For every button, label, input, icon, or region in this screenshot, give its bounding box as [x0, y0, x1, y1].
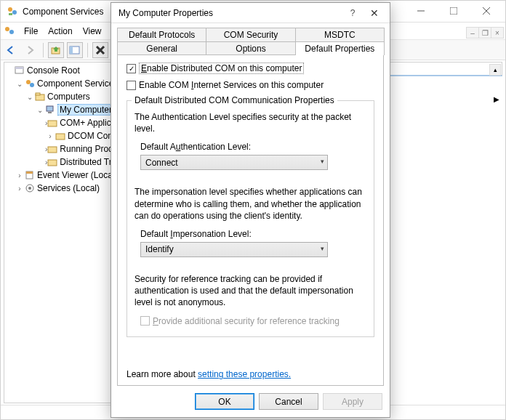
svg-rect-20: [47, 106, 53, 111]
cancel-button[interactable]: Cancel: [259, 393, 318, 410]
properties-dialog: My Computer Properties ? ✕ Default Proto…: [111, 2, 390, 418]
svg-rect-23: [56, 134, 65, 140]
group-legend: Default Distributed COM Communication Pr…: [132, 95, 337, 105]
svg-point-17: [30, 83, 34, 87]
enable-dcom-label: Enable Distributed COM on this computer: [139, 62, 304, 74]
close-button[interactable]: [470, 1, 502, 21]
menu-action[interactable]: Action: [44, 25, 76, 38]
mdi-minimize[interactable]: –: [466, 27, 479, 39]
auth-label: Default Authentication Level:: [140, 142, 366, 152]
svg-rect-25: [48, 160, 57, 166]
mdi-buttons: – ❐ ×: [467, 27, 504, 39]
checkbox-disabled-icon: [140, 316, 150, 326]
imp-level-value: Identify: [145, 244, 174, 254]
menu-view[interactable]: View: [79, 25, 106, 38]
enable-cis-label: Enable COM Internet Services on this com…: [139, 80, 324, 90]
svg-rect-24: [48, 147, 57, 153]
dialog-close-button[interactable]: ✕: [364, 7, 385, 19]
imp-label: Default Impersonation Level:: [140, 229, 366, 239]
learn-more-link[interactable]: setting these properties.: [198, 369, 291, 379]
checkbox-enable-dcom[interactable]: ✓ Enable Distributed COM on this compute…: [126, 62, 374, 74]
chevron-down-icon: ▾: [321, 245, 324, 252]
imp-level-combo[interactable]: Identify ▾: [140, 242, 328, 257]
apply-button[interactable]: Apply: [323, 393, 382, 410]
show-hide-tree-button[interactable]: [67, 42, 83, 58]
tab-com-security[interactable]: COM Security: [206, 28, 295, 41]
menu-file[interactable]: File: [20, 25, 42, 38]
svg-rect-11: [70, 47, 73, 54]
svg-rect-22: [48, 121, 57, 126]
auth-level-value: Connect: [145, 158, 178, 168]
svg-point-0: [8, 7, 12, 12]
delete-button[interactable]: [92, 42, 108, 58]
svg-point-29: [28, 187, 31, 190]
svg-rect-27: [26, 171, 33, 174]
learn-more: Learn more about setting these propertie…: [126, 369, 291, 379]
tab-body: ✓ Enable Distributed COM on this compute…: [117, 54, 384, 386]
svg-rect-4: [450, 7, 457, 15]
overflow-arrow-icon[interactable]: ▶: [494, 95, 499, 103]
maximize-button[interactable]: [437, 1, 470, 21]
checkbox-enable-cis[interactable]: Enable COM Internet Services on this com…: [126, 80, 374, 90]
tab-default-protocols[interactable]: Default Protocols: [117, 28, 206, 41]
svg-point-1: [12, 10, 17, 15]
svg-rect-21: [48, 112, 52, 113]
imp-description: The impersonation level specifies whethe…: [134, 186, 366, 222]
tab-general[interactable]: General: [117, 41, 206, 55]
svg-point-7: [5, 27, 9, 31]
scroll-up-icon[interactable]: ▴: [489, 64, 501, 76]
checkmark-icon: ✓: [126, 64, 136, 73]
tab-msdtc[interactable]: MSDTC: [295, 28, 385, 41]
sec-description: Security for reference tracking can be p…: [134, 273, 366, 309]
ok-button[interactable]: OK: [195, 393, 254, 410]
auth-level-combo[interactable]: Connect ▾: [140, 155, 328, 170]
tab-options[interactable]: Options: [206, 41, 295, 55]
checkbox-empty-icon: [126, 81, 136, 90]
mdi-close[interactable]: ×: [491, 27, 504, 39]
forward-button[interactable]: [23, 42, 39, 58]
dialog-title: My Computer Properties: [119, 8, 342, 18]
svg-point-8: [9, 30, 14, 34]
mdi-restore[interactable]: ❐: [478, 27, 491, 39]
dialog-titlebar: My Computer Properties ? ✕: [111, 3, 390, 23]
dialog-buttons: OK Cancel Apply: [111, 386, 390, 417]
svg-rect-15: [15, 67, 23, 69]
checkbox-ref-tracking: Provide additional security for referenc…: [140, 316, 366, 326]
auth-description: The Authentication Level specifies secur…: [134, 111, 366, 134]
up-button[interactable]: [48, 42, 64, 58]
minimize-button[interactable]: [404, 1, 437, 21]
ref-tracking-label: Provide additional security for referenc…: [153, 316, 340, 326]
group-dcom-props: Default Distributed COM Communication Pr…: [126, 100, 374, 337]
menu-app-icon: [4, 25, 15, 37]
svg-rect-19: [36, 93, 40, 95]
back-button[interactable]: [4, 42, 20, 58]
dialog-help-button[interactable]: ?: [342, 8, 364, 18]
app-icon: [7, 6, 18, 17]
svg-point-16: [26, 80, 31, 84]
tab-default-properties[interactable]: Default Properties: [295, 41, 385, 55]
chevron-down-icon: ▾: [321, 158, 324, 165]
svg-rect-2: [9, 13, 12, 15]
